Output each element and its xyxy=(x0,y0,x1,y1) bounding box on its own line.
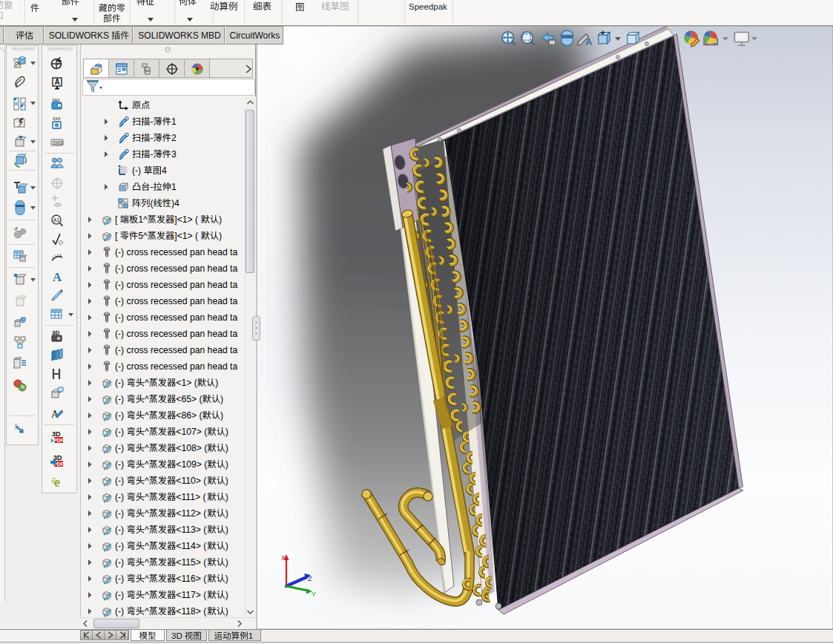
svg-text:A: A xyxy=(54,78,59,86)
svg-text:e: e xyxy=(54,475,60,489)
svg-text:A1: A1 xyxy=(53,217,60,223)
svg-text:xxx: xxx xyxy=(53,116,61,121)
svg-text:A: A xyxy=(53,270,62,283)
svg-text:D|03: D|03 xyxy=(53,140,63,146)
svg-text:PDF: PDF xyxy=(54,438,64,443)
svg-text:A: A xyxy=(585,36,593,47)
svg-text:3D: 3D xyxy=(52,430,61,438)
